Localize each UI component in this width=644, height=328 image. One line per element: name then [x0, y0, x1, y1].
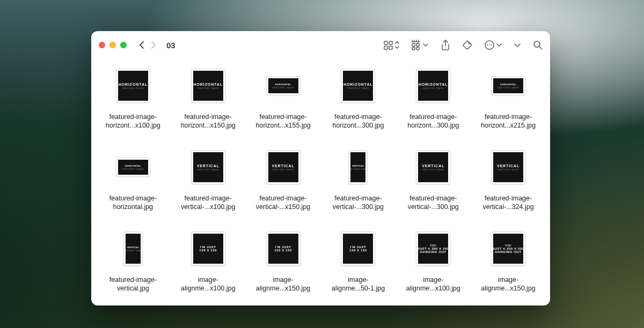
- thumb-text-line1: HORIZONTAL: [343, 83, 372, 86]
- file-thumbnail: VERTICALFEATURED IMAGE: [266, 150, 301, 184]
- file-item[interactable]: VERTICALFEATURED IMAGEfeatured-image-ver…: [247, 144, 320, 223]
- window-title: 03: [166, 41, 175, 50]
- thumb-text-line3: HANGING OUT: [495, 250, 521, 254]
- file-thumbnail: I'M JUST150 X 150: [191, 232, 225, 266]
- group-by-button[interactable]: [412, 40, 429, 50]
- thumb-text-line1: VERTICAL: [197, 164, 219, 168]
- thumb-text-line1: VERTICAL: [272, 164, 294, 168]
- file-name-label: featured-image-vertical-...x100.jpg: [181, 194, 235, 211]
- file-item[interactable]: HORIZONTALFEATURED IMAGEfeatured-image-h…: [97, 144, 170, 223]
- window-controls: [99, 42, 127, 48]
- thumb-text-line1: HORIZONTAL: [194, 83, 223, 86]
- file-thumbnail: HORIZONTALFEATURED IMAGE: [491, 76, 525, 95]
- file-name-label: featured-image-vertical-...x150.jpg: [256, 194, 310, 211]
- thumb-text-line2: FEATURED IMAGE: [122, 168, 144, 170]
- file-item[interactable]: YO!JUST A 300 X 200HANGING OUTimage-alig…: [472, 225, 545, 304]
- svg-point-18: [491, 44, 492, 46]
- file-name-label: featured-image-vertical.jpg: [109, 275, 157, 293]
- file-icon-grid[interactable]: HORIZONTALFEATURED IMAGEfeatured-image-h…: [91, 59, 550, 305]
- file-thumbnail: VERTICALFEATURED IMAGE: [123, 232, 143, 266]
- thumb-text-line2: 150 X 150: [274, 249, 292, 252]
- thumb-text-line2: FEATURED IMAGE: [197, 87, 219, 90]
- file-thumbnail: YO!JUST A 300 X 200HANGING OUT: [491, 232, 525, 266]
- thumb-text-line1: VERTICAL: [497, 164, 519, 168]
- file-name-label: featured-image-vertical-...300.jpg: [408, 194, 459, 211]
- thumb-text-line2: FEATURED IMAGE: [272, 86, 294, 89]
- finder-window: 03: [91, 31, 550, 305]
- zoom-window-button[interactable]: [120, 42, 127, 48]
- thumb-text-line2: 150 X 150: [349, 249, 367, 252]
- thumb-text-line2: FEATURED IMAGE: [497, 86, 519, 89]
- file-item[interactable]: HORIZONTALFEATURED IMAGEfeatured-image-h…: [397, 62, 470, 141]
- thumb-text-line2: FEATURED IMAGE: [126, 249, 141, 252]
- svg-rect-3: [389, 46, 392, 49]
- file-name-label: featured-image-vertical-...300.jpg: [333, 194, 384, 211]
- thumb-text-line2: FEATURED IMAGE: [497, 168, 519, 171]
- svg-line-20: [539, 47, 542, 49]
- file-item[interactable]: HORIZONTALFEATURED IMAGEfeatured-image-h…: [247, 62, 320, 141]
- share-button[interactable]: [441, 40, 450, 50]
- file-name-label: featured-image-horizont...300.jpg: [407, 113, 459, 130]
- file-item[interactable]: HORIZONTALFEATURED IMAGEfeatured-image-h…: [97, 62, 170, 141]
- search-button[interactable]: [533, 40, 543, 50]
- file-thumbnail: YO!JUST A 300 X 200HANGING OUT: [416, 232, 450, 266]
- file-name-label: featured-image-horizont...x155.jpg: [255, 113, 310, 130]
- action-menu-button[interactable]: [485, 40, 502, 50]
- file-item[interactable]: I'M JUST150 X 150image-alignme...50-1.jp…: [321, 225, 394, 304]
- file-thumbnail: VERTICALFEATURED IMAGE: [191, 150, 225, 184]
- svg-rect-0: [384, 41, 387, 44]
- file-name-label: image-alignme...x150.jpg: [481, 275, 535, 293]
- thumb-text-line2: FEATURED IMAGE: [272, 168, 294, 171]
- svg-rect-10: [416, 43, 419, 46]
- thumb-text-line1: VERTICAL: [352, 165, 364, 167]
- svg-rect-11: [412, 47, 415, 50]
- thumb-text-line1: VERTICAL: [127, 246, 139, 249]
- svg-rect-2: [384, 46, 387, 49]
- file-name-label: image-alignme...x100.jpg: [406, 275, 460, 293]
- file-name-label: featured-image-horizont...x150.jpg: [181, 113, 236, 130]
- svg-point-19: [534, 41, 540, 47]
- file-thumbnail: VERTICALFEATURED IMAGE: [416, 150, 450, 184]
- file-name-label: featured-image-horizontal.jpg: [109, 194, 157, 211]
- nav-arrows: [138, 40, 157, 50]
- file-thumbnail: HORIZONTALFEATURED IMAGE: [191, 69, 225, 103]
- thumb-text-line2: FEATURED IMAGE: [422, 87, 444, 90]
- thumb-text-line2: FEATURED IMAGE: [197, 168, 219, 171]
- close-window-button[interactable]: [99, 42, 105, 48]
- thumb-text-line1: HORIZONTAL: [419, 83, 448, 86]
- minimize-window-button[interactable]: [109, 42, 116, 48]
- thumb-text-line2: 150 X 150: [199, 249, 217, 252]
- file-item[interactable]: I'M JUST150 X 150image-alignme...x100.jp…: [172, 225, 245, 304]
- thumb-text-line2: FEATURED IMAGE: [347, 87, 369, 90]
- file-item[interactable]: VERTICALFEATURED IMAGEfeatured-image-ver…: [397, 144, 470, 223]
- file-name-label: featured-image-horizont...x100.jpg: [106, 113, 160, 130]
- file-item[interactable]: VERTICALFEATURED IMAGEfeatured-image-ver…: [172, 144, 245, 223]
- edit-tags-button[interactable]: [462, 40, 473, 50]
- thumb-text-line2: FEATURED IMAGE: [122, 87, 144, 90]
- forward-button[interactable]: [150, 40, 157, 50]
- thumb-text-line1: HORIZONTAL: [275, 83, 291, 86]
- thumb-text-line1: HORIZONTAL: [125, 165, 141, 167]
- svg-point-17: [489, 44, 490, 46]
- file-name-label: featured-image-horizont...x215.jpg: [481, 113, 536, 130]
- file-name-label: image-alignme...x150.jpg: [256, 275, 310, 293]
- back-button[interactable]: [138, 40, 145, 50]
- file-item[interactable]: VERTICALFEATURED IMAGEfeatured-image-ver…: [321, 144, 394, 223]
- file-item[interactable]: YO!JUST A 300 X 200HANGING OUTimage-alig…: [397, 225, 470, 304]
- thumb-text-line3: HANGING OUT: [420, 250, 447, 254]
- file-item[interactable]: VERTICALFEATURED IMAGEfeatured-image-ver…: [97, 225, 170, 304]
- toolbar-overflow-button[interactable]: [514, 41, 521, 49]
- thumb-text-line1: VERTICAL: [422, 164, 444, 168]
- svg-rect-9: [412, 43, 415, 46]
- file-item[interactable]: HORIZONTALFEATURED IMAGEfeatured-image-h…: [472, 62, 545, 141]
- file-item[interactable]: HORIZONTALFEATURED IMAGEfeatured-image-h…: [172, 62, 245, 141]
- file-name-label: image-alignme...x100.jpg: [181, 275, 235, 293]
- file-item[interactable]: HORIZONTALFEATURED IMAGEfeatured-image-h…: [321, 62, 394, 141]
- file-item[interactable]: I'M JUST150 X 150image-alignme...x150.jp…: [247, 225, 320, 304]
- file-name-label: featured-image-vertical-...324.jpg: [482, 194, 533, 211]
- thumb-text-line2: FEATURED IMAGE: [350, 168, 365, 170]
- file-item[interactable]: VERTICALFEATURED IMAGEfeatured-image-ver…: [472, 144, 545, 223]
- file-thumbnail: HORIZONTALFEATURED IMAGE: [116, 158, 150, 177]
- view-mode-button[interactable]: [384, 40, 400, 50]
- file-name-label: image-alignme...50-1.jpg: [332, 275, 385, 293]
